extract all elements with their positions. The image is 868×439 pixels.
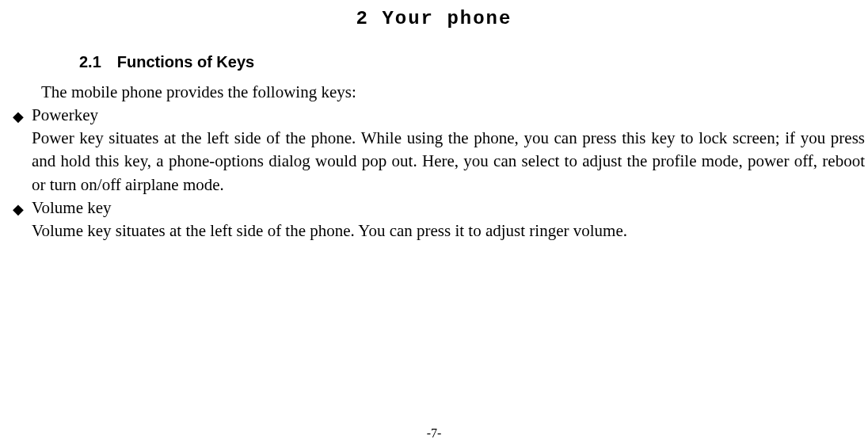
list-item: ◆ Powerkey Power key situates at the lef… [13,105,868,197]
chapter-title: 2 Your phone [0,8,868,29]
page-number: -7- [427,426,442,439]
diamond-bullet-icon: ◆ [13,108,24,197]
diamond-bullet-icon: ◆ [13,200,24,242]
list-item: ◆ Volume key Volume key situates at the … [13,198,868,242]
bullet-description: Volume key situates at the left side of … [32,220,865,242]
bullet-content: Volume key Volume key situates at the le… [32,198,868,242]
bullet-title: Volume key [32,198,865,218]
bullet-content: Powerkey Power key situates at the left … [32,105,868,197]
bullet-title: Powerkey [32,105,865,125]
intro-text: The mobile phone provides the following … [41,82,868,102]
section-heading: 2.1Functions of Keys [79,53,868,71]
document-page: 2 Your phone 2.1Functions of Keys The mo… [0,8,868,439]
section-number: 2.1 [79,53,101,71]
bullet-description: Power key situates at the left side of t… [32,127,865,197]
section-title: Functions of Keys [117,53,254,71]
